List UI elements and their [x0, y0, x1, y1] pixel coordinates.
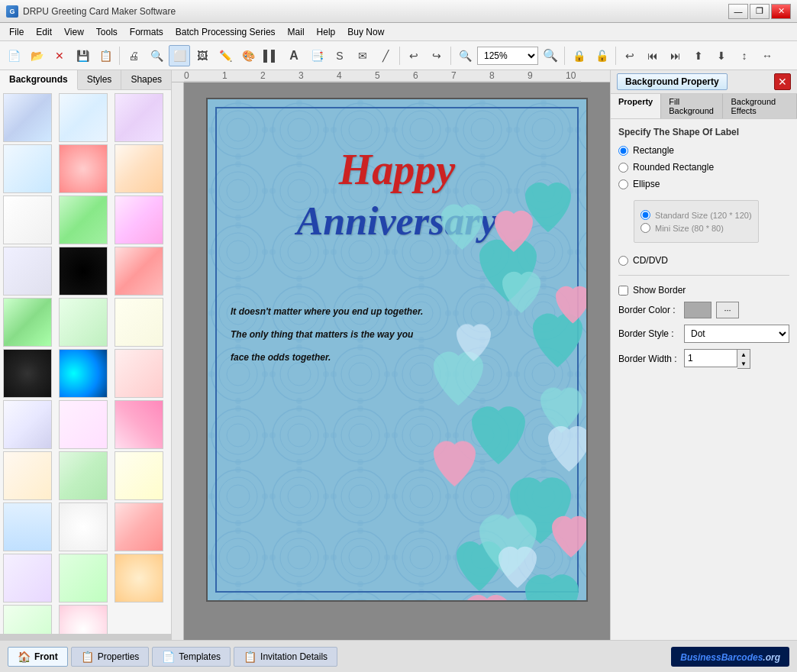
ellipse-radio[interactable]: [618, 179, 628, 189]
spinbox-down-button[interactable]: ▼: [737, 359, 750, 368]
standard-size-label[interactable]: Standard Size (120 * 120): [655, 211, 752, 220]
new-button[interactable]: 📄: [3, 45, 24, 66]
menu-help[interactable]: Help: [311, 25, 342, 39]
bg-thumb-21[interactable]: [3, 451, 52, 500]
ellipse-label[interactable]: Ellipse: [633, 179, 660, 189]
close-button[interactable]: ✕: [771, 4, 791, 19]
close-panel-button[interactable]: ✕: [774, 73, 791, 90]
mini-size-radio[interactable]: [641, 223, 650, 233]
bg-thumb-23[interactable]: [115, 451, 163, 500]
greeting-card[interactable]: Happy Anniversary It doesn't matter wher…: [206, 98, 588, 602]
mail-button[interactable]: ✉: [352, 45, 373, 66]
rounded-rectangle-label[interactable]: Rounded Rectangle: [633, 162, 714, 173]
special-button[interactable]: S: [329, 45, 350, 66]
bg-thumb-2[interactable]: [115, 93, 163, 142]
bg-thumb-17[interactable]: [115, 349, 163, 398]
draw-button[interactable]: ✏️: [215, 45, 236, 66]
bg-thumb-1[interactable]: [59, 93, 108, 142]
maximize-button[interactable]: ❐: [750, 4, 770, 19]
sidebar-scrollbar[interactable]: [0, 634, 171, 640]
menu-formats[interactable]: Formats: [124, 25, 169, 39]
border-color-picker-button[interactable]: ···: [716, 302, 739, 318]
bg-thumb-18[interactable]: [3, 400, 52, 449]
bg-thumb-31[interactable]: [59, 605, 108, 634]
undo-button[interactable]: ↩: [619, 45, 641, 66]
bg-thumb-30[interactable]: [3, 605, 52, 634]
delete-button[interactable]: ✕: [49, 45, 70, 66]
bg-thumb-20[interactable]: [115, 400, 163, 449]
menu-batch[interactable]: Batch Processing Series: [169, 25, 282, 39]
show-border-checkbox[interactable]: [618, 286, 628, 296]
bg-thumb-24[interactable]: [3, 502, 52, 551]
border-color-swatch[interactable]: [684, 302, 711, 318]
minimize-button[interactable]: —: [728, 4, 748, 19]
bg-thumb-10[interactable]: [59, 247, 108, 296]
tab-fill-background[interactable]: Fill Background: [661, 94, 723, 118]
menu-buynow[interactable]: Buy Now: [341, 25, 390, 39]
paint-button[interactable]: 🎨: [237, 45, 259, 66]
bg-thumb-11[interactable]: [115, 247, 163, 296]
print-button[interactable]: 🖨: [123, 45, 144, 66]
select-button[interactable]: ⬜: [169, 45, 190, 66]
bg-thumb-29[interactable]: [115, 554, 163, 603]
tab-front[interactable]: 🏠 Front: [8, 647, 68, 667]
bg-thumb-16[interactable]: [59, 349, 108, 398]
mini-size-label[interactable]: Mini Size (80 * 80): [655, 224, 724, 233]
border-style-select[interactable]: Dot Dash Solid Double DashDot: [684, 325, 789, 343]
open-button[interactable]: 📂: [26, 45, 47, 66]
bg-thumb-13[interactable]: [59, 298, 108, 347]
bg-thumb-4[interactable]: [59, 144, 108, 193]
bg-thumb-7[interactable]: [59, 195, 108, 244]
tab-shapes[interactable]: Shapes: [121, 70, 172, 89]
preview-button[interactable]: 🔍: [146, 45, 167, 66]
show-border-label[interactable]: Show Border: [633, 285, 686, 296]
menu-view[interactable]: View: [58, 25, 90, 39]
save-button[interactable]: 💾: [72, 45, 93, 66]
tab-background-effects[interactable]: Background Effects: [723, 94, 797, 118]
next-button[interactable]: ⏭: [665, 45, 686, 66]
bg-thumb-28[interactable]: [59, 554, 108, 603]
down-button[interactable]: ⬇: [711, 45, 732, 66]
tab-styles[interactable]: Styles: [78, 70, 122, 89]
cddvd-radio[interactable]: [618, 256, 628, 266]
bg-thumb-3[interactable]: [3, 144, 52, 193]
image-button[interactable]: 🖼: [192, 45, 213, 66]
tab-backgrounds[interactable]: Backgrounds: [0, 70, 78, 90]
bg-thumb-0[interactable]: [3, 93, 52, 142]
rectangle-radio[interactable]: [618, 146, 628, 156]
back-button[interactable]: ↩: [403, 45, 424, 66]
menu-edit[interactable]: Edit: [30, 25, 58, 39]
tab-properties[interactable]: 📋 Properties: [71, 647, 150, 667]
bg-thumb-25[interactable]: [59, 502, 108, 551]
menu-file[interactable]: File: [3, 25, 30, 39]
standard-size-radio[interactable]: [641, 210, 650, 220]
bg-thumb-15[interactable]: [3, 349, 52, 398]
tab-property[interactable]: Property: [611, 94, 661, 118]
up-button[interactable]: ⬆: [688, 45, 709, 66]
tab-templates[interactable]: 📄 Templates: [152, 647, 231, 667]
bg-thumb-5[interactable]: [115, 144, 163, 193]
zoom-select[interactable]: 50% 75% 100% 125% 150% 200%: [477, 47, 538, 65]
bg-thumb-12[interactable]: [3, 298, 52, 347]
cddvd-label[interactable]: CD/DVD: [633, 255, 668, 266]
bg-thumb-22[interactable]: [59, 451, 108, 500]
bg-thumb-9[interactable]: [3, 247, 52, 296]
rounded-rectangle-radio[interactable]: [618, 163, 628, 173]
saveas-button[interactable]: 📋: [95, 45, 116, 66]
barcode-button[interactable]: ▌▌: [260, 45, 282, 66]
bg-thumb-6[interactable]: [3, 195, 52, 244]
flip-button[interactable]: ↕: [734, 45, 755, 66]
background-property-button[interactable]: Background Property: [617, 73, 728, 90]
menu-mail[interactable]: Mail: [282, 25, 311, 39]
rectangle-label[interactable]: Rectangle: [633, 145, 674, 156]
unlock-button[interactable]: 🔓: [591, 45, 612, 66]
spinbox-up-button[interactable]: ▲: [737, 350, 750, 359]
forward-button[interactable]: ↪: [426, 45, 447, 66]
tab-invitation-details[interactable]: 📋 Invitation Details: [234, 647, 337, 667]
text-button[interactable]: A: [283, 45, 305, 66]
bg-thumb-26[interactable]: [115, 502, 163, 551]
bg-thumb-19[interactable]: [59, 400, 108, 449]
border-width-input[interactable]: [684, 349, 737, 367]
rotate-button[interactable]: ↔: [757, 45, 778, 66]
prev-button[interactable]: ⏮: [642, 45, 663, 66]
